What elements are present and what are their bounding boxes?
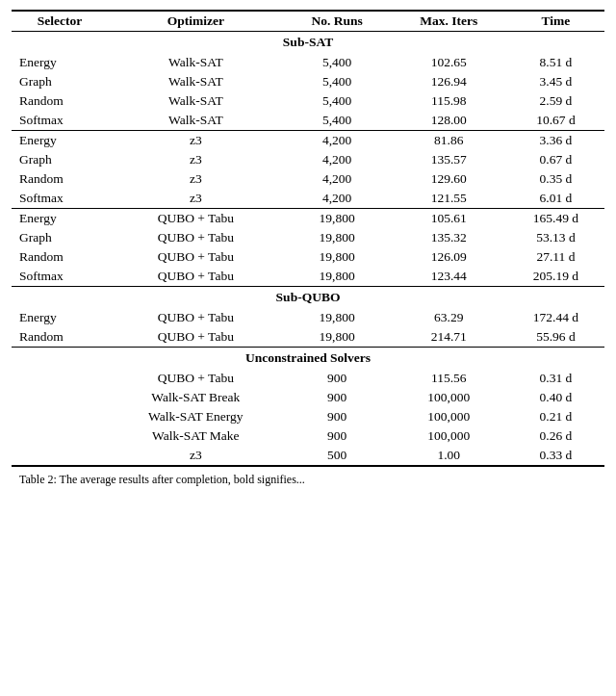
- cell-4: 55.96 d: [507, 327, 604, 348]
- cell-4: 0.21 d: [507, 407, 604, 426]
- table-row: RandomWalk-SAT5,400115.982.59 d: [12, 91, 604, 111]
- caption-row: Table 2: The average results after compl…: [12, 466, 604, 489]
- cell-2: 900: [284, 407, 391, 426]
- cell-4: 53.13 d: [507, 228, 604, 247]
- cell-4: 3.45 d: [507, 72, 604, 91]
- cell-1: QUBO + Tabu: [108, 228, 284, 247]
- table-header: Selector Optimizer No. Runs Max. Iters T…: [12, 11, 604, 32]
- cell-3: 115.98: [391, 91, 507, 111]
- cell-2: 5,400: [284, 53, 391, 72]
- cell-4: 0.67 d: [507, 150, 604, 169]
- cell-3: 135.57: [391, 150, 507, 169]
- cell-3: 135.32: [391, 228, 507, 247]
- cell-1: Walk-SAT: [108, 53, 284, 72]
- cell-3: 81.86: [391, 131, 507, 151]
- cell-1: Walk-SAT Break: [108, 388, 284, 407]
- cell-0: [12, 446, 108, 466]
- table-row: EnergyQUBO + Tabu19,80063.29172.44 d: [12, 308, 604, 327]
- cell-2: 19,800: [284, 247, 391, 267]
- cell-3: 105.61: [391, 209, 507, 229]
- col-header-time: Time: [507, 11, 604, 32]
- cell-2: 4,200: [284, 150, 391, 169]
- table-row: GraphWalk-SAT5,400126.943.45 d: [12, 72, 604, 91]
- cell-1: QUBO + Tabu: [108, 247, 284, 267]
- table-row: RandomQUBO + Tabu19,800214.7155.96 d: [12, 327, 604, 348]
- cell-3: 128.00: [391, 111, 507, 131]
- cell-4: 3.36 d: [507, 131, 604, 151]
- table-row: Randomz34,200129.600.35 d: [12, 169, 604, 189]
- cell-3: 121.55: [391, 189, 507, 209]
- section-header-0: Sub-SAT: [12, 32, 604, 54]
- cell-0: Energy: [12, 209, 108, 229]
- col-header-iters: Max. Iters: [391, 11, 507, 32]
- cell-4: 27.11 d: [507, 247, 604, 267]
- table-row: Energyz34,20081.863.36 d: [12, 131, 604, 151]
- cell-2: 19,800: [284, 327, 391, 348]
- cell-4: 0.40 d: [507, 388, 604, 407]
- table-row: Walk-SAT Break900100,0000.40 d: [12, 388, 604, 407]
- cell-0: Energy: [12, 53, 108, 72]
- col-header-runs: No. Runs: [284, 11, 391, 32]
- table-row: RandomQUBO + Tabu19,800126.0927.11 d: [12, 247, 604, 267]
- cell-2: 900: [284, 426, 391, 446]
- cell-1: z3: [108, 150, 284, 169]
- cell-3: 63.29: [391, 308, 507, 327]
- cell-3: 123.44: [391, 267, 507, 287]
- cell-1: Walk-SAT: [108, 111, 284, 131]
- table-row: SoftmaxWalk-SAT5,400128.0010.67 d: [12, 111, 604, 131]
- cell-2: 900: [284, 388, 391, 407]
- cell-1: QUBO + Tabu: [108, 209, 284, 229]
- cell-4: 2.59 d: [507, 91, 604, 111]
- cell-2: 19,800: [284, 308, 391, 327]
- col-header-optimizer: Optimizer: [108, 11, 284, 32]
- cell-0: Softmax: [12, 111, 108, 131]
- table-row: QUBO + Tabu900115.560.31 d: [12, 369, 604, 388]
- cell-0: Graph: [12, 150, 108, 169]
- cell-0: Graph: [12, 72, 108, 91]
- cell-4: 0.31 d: [507, 369, 604, 388]
- cell-0: Graph: [12, 228, 108, 247]
- cell-0: [12, 426, 108, 446]
- cell-1: Walk-SAT: [108, 72, 284, 91]
- cell-4: 165.49 d: [507, 209, 604, 229]
- cell-0: Random: [12, 327, 108, 348]
- cell-4: 0.33 d: [507, 446, 604, 466]
- table-row: Graphz34,200135.570.67 d: [12, 150, 604, 169]
- cell-3: 126.09: [391, 247, 507, 267]
- cell-1: QUBO + Tabu: [108, 369, 284, 388]
- cell-2: 900: [284, 369, 391, 388]
- table-caption: Table 2: The average results after compl…: [12, 466, 604, 489]
- table-row: GraphQUBO + Tabu19,800135.3253.13 d: [12, 228, 604, 247]
- col-header-selector: Selector: [12, 11, 108, 32]
- cell-0: Random: [12, 91, 108, 111]
- cell-4: 10.67 d: [507, 111, 604, 131]
- cell-1: z3: [108, 169, 284, 189]
- cell-0: Energy: [12, 131, 108, 151]
- cell-0: Energy: [12, 308, 108, 327]
- cell-3: 100,000: [391, 407, 507, 426]
- cell-3: 100,000: [391, 426, 507, 446]
- cell-0: [12, 388, 108, 407]
- cell-1: Walk-SAT: [108, 91, 284, 111]
- cell-0: [12, 369, 108, 388]
- section-header-1: Sub-QUBO: [12, 287, 604, 309]
- section-header-2: Unconstrained Solvers: [12, 348, 604, 370]
- cell-1: QUBO + Tabu: [108, 308, 284, 327]
- cell-4: 8.51 d: [507, 53, 604, 72]
- cell-0: Random: [12, 247, 108, 267]
- cell-1: z3: [108, 189, 284, 209]
- cell-2: 5,400: [284, 111, 391, 131]
- results-table: Selector Optimizer No. Runs Max. Iters T…: [12, 10, 604, 489]
- table-row: Softmaxz34,200121.556.01 d: [12, 189, 604, 209]
- cell-4: 205.19 d: [507, 267, 604, 287]
- table-row: SoftmaxQUBO + Tabu19,800123.44205.19 d: [12, 267, 604, 287]
- cell-3: 1.00: [391, 446, 507, 466]
- cell-1: Walk-SAT Make: [108, 426, 284, 446]
- cell-0: Random: [12, 169, 108, 189]
- cell-1: z3: [108, 131, 284, 151]
- cell-1: Walk-SAT Energy: [108, 407, 284, 426]
- cell-1: QUBO + Tabu: [108, 327, 284, 348]
- cell-2: 4,200: [284, 189, 391, 209]
- cell-3: 102.65: [391, 53, 507, 72]
- table-row: Walk-SAT Make900100,0000.26 d: [12, 426, 604, 446]
